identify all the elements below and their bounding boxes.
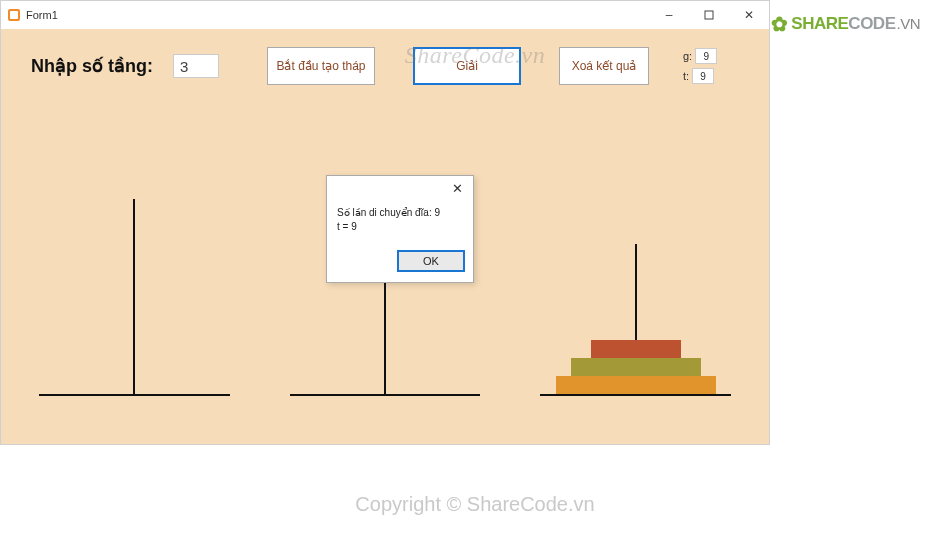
msgbox-close-button[interactable]: ✕: [447, 178, 467, 198]
watermark-logo: ✿ SHARECODE.VN: [771, 12, 920, 36]
base: [540, 394, 731, 396]
t-label: t:: [683, 70, 689, 82]
msgbox-footer: OK: [327, 246, 473, 282]
disk-3: [556, 376, 716, 394]
copyright-text: Copyright © ShareCode.vn: [0, 493, 950, 516]
side-values: g: 9 t: 9: [683, 48, 717, 84]
g-value: 9: [695, 48, 717, 64]
message-box: ✕ Số lần di chuyển đĩa: 9 t = 9 OK: [326, 175, 474, 283]
g-label: g:: [683, 50, 692, 62]
base: [290, 394, 481, 396]
close-button[interactable]: ✕: [729, 1, 769, 29]
disk-1: [591, 340, 681, 358]
msgbox-ok-button[interactable]: OK: [397, 250, 465, 272]
create-button[interactable]: Bắt đầu tạo tháp: [267, 47, 375, 85]
msgbox-titlebar: ✕: [327, 176, 473, 200]
clear-button[interactable]: Xoá kết quả: [559, 47, 649, 85]
t-value: 9: [692, 68, 714, 84]
maximize-button[interactable]: [689, 1, 729, 29]
leaf-icon: ✿: [771, 12, 788, 36]
svg-rect-1: [10, 11, 18, 19]
floors-label: Nhập số tầng:: [31, 55, 153, 77]
solve-button[interactable]: Giải: [413, 47, 521, 85]
peg-c: [530, 166, 741, 396]
msgbox-body: Số lần di chuyển đĩa: 9 t = 9: [327, 200, 473, 246]
pole: [133, 199, 135, 394]
titlebar: Form1 – ✕: [1, 1, 769, 29]
peg-a: [29, 166, 240, 396]
window-title: Form1: [26, 9, 58, 21]
controls-row: Nhập số tầng: Bắt đầu tạo tháp Giải Xoá …: [1, 29, 769, 85]
floors-input[interactable]: [173, 54, 219, 78]
svg-rect-2: [705, 11, 713, 19]
minimize-button[interactable]: –: [649, 1, 689, 29]
app-icon: [7, 8, 21, 22]
sys-buttons: – ✕: [649, 1, 769, 29]
disk-2: [571, 358, 701, 376]
base: [39, 394, 230, 396]
